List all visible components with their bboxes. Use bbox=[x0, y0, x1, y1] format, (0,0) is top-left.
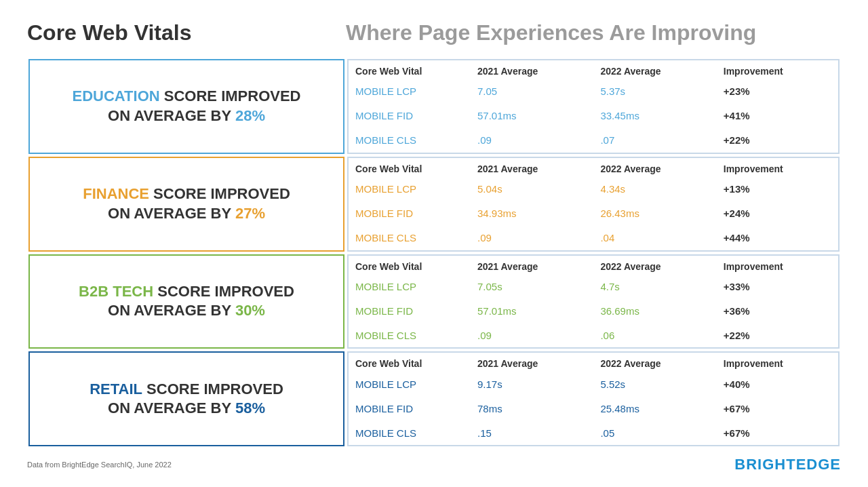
left-box-text-retail: RETAIL SCORE IMPROVED ON AVERAGE BY 58% bbox=[90, 380, 283, 418]
footer: Data from BrightEdge SearchIQ, June 2022… bbox=[27, 453, 841, 473]
col-header-education-0: Core Web Vital bbox=[349, 60, 471, 79]
right-block-finance: Core Web Vital2021 Average2022 AverageIm… bbox=[347, 157, 840, 252]
left-header: Core Web Vitals bbox=[27, 20, 346, 45]
col-header-education-3: Improvement bbox=[717, 60, 838, 79]
cell-education-2-0: MOBILE CLS bbox=[349, 128, 471, 153]
cell-retail-2-2: .05 bbox=[593, 421, 716, 445]
industry-finance: FINANCE bbox=[83, 185, 149, 202]
cell-education-0-3: +23% bbox=[717, 79, 838, 104]
left-title: Core Web Vitals bbox=[27, 20, 346, 45]
industry-education: EDUCATION bbox=[73, 87, 160, 104]
cell-education-1-2: 33.45ms bbox=[593, 104, 716, 128]
table-row: MOBILE CLS.15.05+67% bbox=[349, 421, 838, 445]
table-row: MOBILE CLS.09.07+22% bbox=[349, 128, 838, 153]
left-box-education: EDUCATION SCORE IMPROVED ON AVERAGE BY 2… bbox=[28, 59, 344, 154]
right-header: Where Page Experiences Are Improving bbox=[346, 20, 841, 45]
col-header-b2btech-2: 2022 Average bbox=[593, 256, 716, 275]
left-box-text-education: EDUCATION SCORE IMPROVED ON AVERAGE BY 2… bbox=[73, 87, 301, 125]
cell-retail-1-2: 25.48ms bbox=[593, 396, 716, 421]
cell-retail-0-3: +40% bbox=[717, 372, 838, 396]
right-col: Core Web Vital2021 Average2022 AverageIm… bbox=[346, 58, 841, 448]
content-area: EDUCATION SCORE IMPROVED ON AVERAGE BY 2… bbox=[27, 58, 841, 448]
table-row: MOBILE FID57.01ms36.69ms+36% bbox=[349, 298, 838, 323]
cell-finance-2-0: MOBILE CLS bbox=[349, 226, 471, 250]
table-b2btech: Core Web Vital2021 Average2022 AverageIm… bbox=[349, 256, 838, 348]
cell-b2btech-2-1: .09 bbox=[471, 323, 593, 347]
cell-b2btech-1-3: +36% bbox=[717, 298, 838, 323]
cell-b2btech-2-0: MOBILE CLS bbox=[349, 323, 471, 347]
cell-finance-0-0: MOBILE LCP bbox=[349, 177, 471, 201]
cell-b2btech-2-2: .06 bbox=[593, 323, 716, 347]
cell-education-1-3: +41% bbox=[717, 104, 838, 128]
cell-finance-2-2: .04 bbox=[593, 226, 716, 250]
cell-b2btech-2-3: +22% bbox=[717, 323, 838, 347]
top-headers: Core Web Vitals Where Page Experiences A… bbox=[27, 20, 841, 45]
cell-retail-0-2: 5.52s bbox=[593, 372, 716, 396]
cell-education-0-0: MOBILE LCP bbox=[349, 79, 471, 104]
cell-education-1-0: MOBILE FID bbox=[349, 104, 471, 128]
cell-retail-2-1: .15 bbox=[471, 421, 593, 445]
col-header-b2btech-0: Core Web Vital bbox=[349, 256, 471, 275]
table-row: MOBILE CLS.09.06+22% bbox=[349, 323, 838, 347]
cell-finance-1-3: +24% bbox=[717, 201, 838, 226]
table-row: MOBILE LCP7.05s4.7s+33% bbox=[349, 275, 838, 299]
cell-finance-1-0: MOBILE FID bbox=[349, 201, 471, 226]
right-block-b2btech: Core Web Vital2021 Average2022 AverageIm… bbox=[347, 254, 840, 349]
left-box-text-finance: FINANCE SCORE IMPROVED ON AVERAGE BY 27% bbox=[83, 184, 290, 223]
col-header-finance-0: Core Web Vital bbox=[349, 158, 471, 177]
cell-finance-1-2: 26.43ms bbox=[593, 201, 716, 226]
cell-retail-1-0: MOBILE FID bbox=[349, 396, 471, 421]
col-header-finance-1: 2021 Average bbox=[471, 158, 593, 177]
industry-retail: RETAIL bbox=[90, 381, 142, 397]
col-header-education-1: 2021 Average bbox=[471, 60, 593, 79]
cell-finance-2-1: .09 bbox=[471, 226, 593, 250]
cell-education-2-3: +22% bbox=[717, 128, 838, 153]
cell-retail-1-1: 78ms bbox=[471, 396, 593, 421]
left-box-finance: FINANCE SCORE IMPROVED ON AVERAGE BY 27% bbox=[28, 157, 344, 252]
cell-b2btech-1-2: 36.69ms bbox=[593, 298, 716, 323]
col-header-retail-0: Core Web Vital bbox=[349, 353, 471, 372]
cell-retail-0-1: 9.17s bbox=[471, 372, 593, 396]
footer-note: Data from BrightEdge SearchIQ, June 2022 bbox=[27, 461, 172, 469]
table-retail: Core Web Vital2021 Average2022 AverageIm… bbox=[349, 353, 838, 445]
table-row: MOBILE LCP7.055.37s+23% bbox=[349, 79, 838, 104]
col-header-retail-1: 2021 Average bbox=[471, 353, 593, 372]
col-header-b2btech-3: Improvement bbox=[717, 256, 838, 275]
pct-b2btech: 30% bbox=[235, 302, 265, 319]
cell-retail-1-3: +67% bbox=[717, 396, 838, 421]
col-header-education-2: 2022 Average bbox=[593, 60, 716, 79]
col-header-finance-3: Improvement bbox=[717, 158, 838, 177]
table-row: MOBILE CLS.09.04+44% bbox=[349, 226, 838, 250]
cell-education-0-1: 7.05 bbox=[471, 79, 593, 104]
left-col: EDUCATION SCORE IMPROVED ON AVERAGE BY 2… bbox=[27, 58, 346, 448]
left-box-b2btech: B2B TECH SCORE IMPROVED ON AVERAGE BY 30… bbox=[28, 254, 344, 349]
cell-education-2-1: .09 bbox=[471, 128, 593, 153]
left-box-retail: RETAIL SCORE IMPROVED ON AVERAGE BY 58% bbox=[28, 351, 344, 446]
cell-education-2-2: .07 bbox=[593, 128, 716, 153]
cell-finance-1-1: 34.93ms bbox=[471, 201, 593, 226]
pct-education: 28% bbox=[235, 107, 265, 124]
cell-finance-0-2: 4.34s bbox=[593, 177, 716, 201]
page: Core Web Vitals Where Page Experiences A… bbox=[0, 0, 868, 487]
cell-retail-2-0: MOBILE CLS bbox=[349, 421, 471, 445]
table-row: MOBILE FID78ms25.48ms+67% bbox=[349, 396, 838, 421]
table-row: MOBILE FID57.01ms33.45ms+41% bbox=[349, 104, 838, 128]
cell-b2btech-0-0: MOBILE LCP bbox=[349, 275, 471, 299]
cell-retail-0-0: MOBILE LCP bbox=[349, 372, 471, 396]
cell-b2btech-0-1: 7.05s bbox=[471, 275, 593, 299]
cell-retail-2-3: +67% bbox=[717, 421, 838, 445]
table-row: MOBILE FID34.93ms26.43ms+24% bbox=[349, 201, 838, 226]
pct-retail: 58% bbox=[235, 400, 265, 416]
table-row: MOBILE LCP5.04s4.34s+13% bbox=[349, 177, 838, 201]
cell-b2btech-1-0: MOBILE FID bbox=[349, 298, 471, 323]
cell-b2btech-0-3: +33% bbox=[717, 275, 838, 299]
cell-finance-0-1: 5.04s bbox=[471, 177, 593, 201]
col-header-retail-2: 2022 Average bbox=[593, 353, 716, 372]
right-title: Where Page Experiences Are Improving bbox=[346, 20, 841, 45]
cell-education-0-2: 5.37s bbox=[593, 79, 716, 104]
col-header-finance-2: 2022 Average bbox=[593, 158, 716, 177]
cell-b2btech-0-2: 4.7s bbox=[593, 275, 716, 299]
cell-b2btech-1-1: 57.01ms bbox=[471, 298, 593, 323]
industry-b2btech: B2B TECH bbox=[79, 283, 153, 300]
cell-education-1-1: 57.01ms bbox=[471, 104, 593, 128]
